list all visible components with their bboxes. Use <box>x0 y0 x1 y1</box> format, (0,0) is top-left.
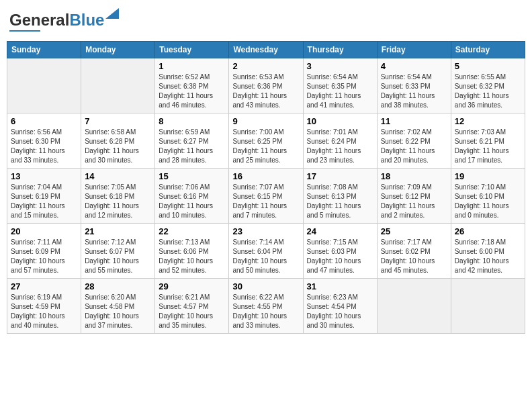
day-number: 2 <box>232 61 299 71</box>
day-number: 29 <box>159 281 225 291</box>
calendar-cell: 26Sunrise: 7:18 AMSunset: 6:00 PMDayligh… <box>451 224 525 279</box>
day-number: 9 <box>232 116 299 126</box>
day-number: 28 <box>85 281 151 291</box>
calendar-body: 1Sunrise: 6:52 AMSunset: 6:38 PMDaylight… <box>7 58 525 334</box>
calendar-cell: 25Sunrise: 7:17 AMSunset: 6:02 PMDayligh… <box>377 224 451 279</box>
calendar-cell <box>81 58 155 113</box>
calendar-cell <box>377 279 451 334</box>
day-info: Sunrise: 7:13 AMSunset: 6:06 PMDaylight:… <box>159 238 225 275</box>
day-number: 25 <box>381 226 447 236</box>
logo: GeneralBlue <box>9 11 104 32</box>
calendar-cell: 13Sunrise: 7:04 AMSunset: 6:19 PMDayligh… <box>7 169 81 224</box>
calendar-cell: 7Sunrise: 6:58 AMSunset: 6:28 PMDaylight… <box>81 113 155 169</box>
calendar-cell: 16Sunrise: 7:07 AMSunset: 6:15 PMDayligh… <box>229 169 303 224</box>
calendar-week-row: 27Sunrise: 6:19 AMSunset: 4:59 PMDayligh… <box>7 279 525 334</box>
logo-underline <box>9 30 40 32</box>
logo-blue: Blue <box>69 11 104 29</box>
day-info: Sunrise: 6:56 AMSunset: 6:30 PMDaylight:… <box>11 128 77 165</box>
calendar-cell: 19Sunrise: 7:10 AMSunset: 6:10 PMDayligh… <box>451 169 525 224</box>
calendar-cell: 8Sunrise: 6:59 AMSunset: 6:27 PMDaylight… <box>155 113 229 169</box>
day-info: Sunrise: 7:09 AMSunset: 6:12 PMDaylight:… <box>381 183 447 220</box>
weekday-header-saturday: Saturday <box>451 42 525 58</box>
svg-marker-0 <box>105 8 119 19</box>
day-info: Sunrise: 7:02 AMSunset: 6:22 PMDaylight:… <box>381 128 447 165</box>
day-info: Sunrise: 7:06 AMSunset: 6:16 PMDaylight:… <box>159 183 225 220</box>
calendar-cell: 9Sunrise: 7:00 AMSunset: 6:25 PMDaylight… <box>229 113 303 169</box>
day-info: Sunrise: 6:54 AMSunset: 6:35 PMDaylight:… <box>307 73 373 110</box>
calendar-cell <box>451 279 525 334</box>
logo-general: General <box>9 11 69 29</box>
weekday-header-friday: Friday <box>377 42 451 58</box>
day-info: Sunrise: 7:00 AMSunset: 6:25 PMDaylight:… <box>232 128 299 165</box>
calendar-cell: 24Sunrise: 7:15 AMSunset: 6:03 PMDayligh… <box>303 224 377 279</box>
calendar-cell: 17Sunrise: 7:08 AMSunset: 6:13 PMDayligh… <box>303 169 377 224</box>
day-info: Sunrise: 7:11 AMSunset: 6:09 PMDaylight:… <box>11 238 77 275</box>
calendar-cell: 31Sunrise: 6:23 AMSunset: 4:54 PMDayligh… <box>303 279 377 334</box>
calendar-week-row: 1Sunrise: 6:52 AMSunset: 6:38 PMDaylight… <box>7 58 525 113</box>
weekday-header-wednesday: Wednesday <box>229 42 303 58</box>
calendar-cell <box>7 58 81 113</box>
calendar-cell: 27Sunrise: 6:19 AMSunset: 4:59 PMDayligh… <box>7 279 81 334</box>
calendar-cell: 29Sunrise: 6:21 AMSunset: 4:57 PMDayligh… <box>155 279 229 334</box>
calendar-cell: 4Sunrise: 6:54 AMSunset: 6:33 PMDaylight… <box>377 58 451 113</box>
day-number: 5 <box>455 61 521 71</box>
day-info: Sunrise: 6:52 AMSunset: 6:38 PMDaylight:… <box>159 73 225 110</box>
calendar-cell: 14Sunrise: 7:05 AMSunset: 6:18 PMDayligh… <box>81 169 155 224</box>
calendar-cell: 12Sunrise: 7:03 AMSunset: 6:21 PMDayligh… <box>451 113 525 169</box>
calendar-cell: 15Sunrise: 7:06 AMSunset: 6:16 PMDayligh… <box>155 169 229 224</box>
calendar-week-row: 13Sunrise: 7:04 AMSunset: 6:19 PMDayligh… <box>7 169 525 224</box>
day-info: Sunrise: 7:14 AMSunset: 6:04 PMDaylight:… <box>232 238 299 275</box>
day-info: Sunrise: 6:59 AMSunset: 6:27 PMDaylight:… <box>159 128 225 165</box>
calendar-cell: 6Sunrise: 6:56 AMSunset: 6:30 PMDaylight… <box>7 113 81 169</box>
day-number: 27 <box>11 281 77 291</box>
day-info: Sunrise: 6:21 AMSunset: 4:57 PMDaylight:… <box>159 293 225 330</box>
day-info: Sunrise: 6:22 AMSunset: 4:55 PMDaylight:… <box>232 293 299 330</box>
day-number: 13 <box>11 171 77 181</box>
day-info: Sunrise: 7:01 AMSunset: 6:24 PMDaylight:… <box>307 128 373 165</box>
day-number: 30 <box>232 281 299 291</box>
page-header: GeneralBlue <box>7 7 525 36</box>
day-info: Sunrise: 7:12 AMSunset: 6:07 PMDaylight:… <box>85 238 151 275</box>
day-info: Sunrise: 7:15 AMSunset: 6:03 PMDaylight:… <box>307 238 373 275</box>
day-number: 10 <box>307 116 373 126</box>
day-info: Sunrise: 7:18 AMSunset: 6:00 PMDaylight:… <box>455 238 521 275</box>
day-number: 8 <box>159 116 225 126</box>
calendar-cell: 18Sunrise: 7:09 AMSunset: 6:12 PMDayligh… <box>377 169 451 224</box>
day-info: Sunrise: 7:17 AMSunset: 6:02 PMDaylight:… <box>381 238 447 275</box>
calendar-week-row: 6Sunrise: 6:56 AMSunset: 6:30 PMDaylight… <box>7 113 525 169</box>
day-number: 12 <box>455 116 521 126</box>
day-number: 7 <box>85 116 151 126</box>
day-number: 6 <box>11 116 77 126</box>
weekday-header-monday: Monday <box>81 42 155 58</box>
day-info: Sunrise: 7:03 AMSunset: 6:21 PMDaylight:… <box>455 128 521 165</box>
day-info: Sunrise: 6:58 AMSunset: 6:28 PMDaylight:… <box>85 128 151 165</box>
day-number: 16 <box>232 171 299 181</box>
weekday-header-tuesday: Tuesday <box>155 42 229 58</box>
day-info: Sunrise: 6:19 AMSunset: 4:59 PMDaylight:… <box>11 293 77 330</box>
day-number: 4 <box>381 61 447 71</box>
day-number: 23 <box>232 226 299 236</box>
day-number: 20 <box>11 226 77 236</box>
day-info: Sunrise: 6:23 AMSunset: 4:54 PMDaylight:… <box>307 293 373 330</box>
calendar-cell: 2Sunrise: 6:53 AMSunset: 6:36 PMDaylight… <box>229 58 303 113</box>
calendar-cell: 20Sunrise: 7:11 AMSunset: 6:09 PMDayligh… <box>7 224 81 279</box>
day-number: 18 <box>381 171 447 181</box>
day-info: Sunrise: 7:05 AMSunset: 6:18 PMDaylight:… <box>85 183 151 220</box>
day-number: 24 <box>307 226 373 236</box>
day-info: Sunrise: 7:04 AMSunset: 6:19 PMDaylight:… <box>11 183 77 220</box>
day-number: 1 <box>159 61 225 71</box>
day-number: 11 <box>381 116 447 126</box>
calendar-cell: 21Sunrise: 7:12 AMSunset: 6:07 PMDayligh… <box>81 224 155 279</box>
calendar-cell: 11Sunrise: 7:02 AMSunset: 6:22 PMDayligh… <box>377 113 451 169</box>
calendar-cell: 3Sunrise: 6:54 AMSunset: 6:35 PMDaylight… <box>303 58 377 113</box>
day-number: 21 <box>85 226 151 236</box>
calendar-table: SundayMondayTuesdayWednesdayThursdayFrid… <box>7 41 525 334</box>
logo-triangle-icon <box>105 8 119 19</box>
calendar-cell: 28Sunrise: 6:20 AMSunset: 4:58 PMDayligh… <box>81 279 155 334</box>
calendar-cell: 10Sunrise: 7:01 AMSunset: 6:24 PMDayligh… <box>303 113 377 169</box>
day-number: 14 <box>85 171 151 181</box>
day-info: Sunrise: 7:10 AMSunset: 6:10 PMDaylight:… <box>455 183 521 220</box>
day-number: 3 <box>307 61 373 71</box>
calendar-cell: 1Sunrise: 6:52 AMSunset: 6:38 PMDaylight… <box>155 58 229 113</box>
calendar-cell: 5Sunrise: 6:55 AMSunset: 6:32 PMDaylight… <box>451 58 525 113</box>
